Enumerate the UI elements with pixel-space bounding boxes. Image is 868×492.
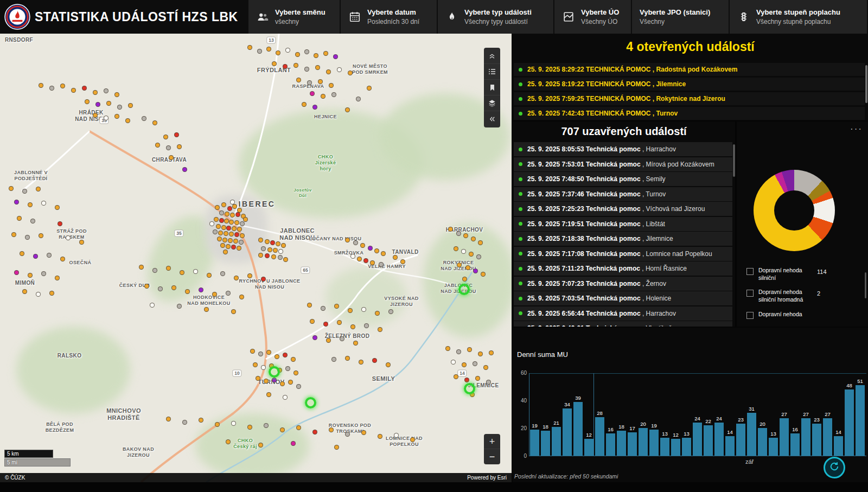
collapse-up-icon[interactable] xyxy=(484,48,500,64)
event-marker[interactable] xyxy=(155,143,160,148)
event-marker[interactable] xyxy=(462,277,467,282)
event-marker[interactable] xyxy=(25,235,30,240)
event-marker[interactable] xyxy=(291,441,296,446)
options-menu-button[interactable]: ··· xyxy=(850,124,863,135)
event-marker[interactable] xyxy=(454,374,458,379)
daily-sum-bar[interactable]: 51 xyxy=(856,385,865,456)
event-marker[interactable] xyxy=(469,252,474,257)
event-marker[interactable] xyxy=(326,69,331,74)
event-marker[interactable] xyxy=(166,266,171,271)
event-marker[interactable] xyxy=(337,320,342,325)
daily-sum-bar[interactable]: 14 xyxy=(834,436,843,456)
event-marker[interactable] xyxy=(323,51,328,56)
event-marker[interactable] xyxy=(360,243,365,248)
event-marker[interactable] xyxy=(451,360,456,365)
event-marker[interactable] xyxy=(247,45,252,50)
event-marker[interactable] xyxy=(239,295,244,299)
event-marker[interactable] xyxy=(41,271,46,276)
event-marker[interactable] xyxy=(234,220,239,225)
daily-sum-bar[interactable]: 19 xyxy=(530,430,539,456)
filter-4[interactable]: Vyberte ÚOVšechny ÚO xyxy=(554,0,631,34)
event-marker[interactable] xyxy=(221,225,226,230)
daily-sum-bar[interactable]: 23 xyxy=(736,424,745,456)
event-marker[interactable] xyxy=(234,232,239,237)
event-marker[interactable] xyxy=(353,240,358,245)
open-events-scrollbar[interactable] xyxy=(865,65,867,103)
event-marker[interactable] xyxy=(226,226,231,231)
event-marker[interactable] xyxy=(17,216,22,221)
event-marker[interactable] xyxy=(93,113,98,118)
event-marker[interactable] xyxy=(291,357,296,362)
legend-checkbox[interactable] xyxy=(746,290,754,297)
event-marker[interactable] xyxy=(28,273,33,278)
event-marker[interactable] xyxy=(243,217,248,222)
daily-sum-bar[interactable]: 31 xyxy=(747,413,756,456)
event-marker[interactable] xyxy=(220,271,225,276)
event-marker[interactable] xyxy=(312,105,317,110)
list-item[interactable]: 25. 9. 2025 7:19:51 Technická pomoc , Li… xyxy=(514,217,732,231)
event-marker[interactable] xyxy=(214,217,219,222)
event-marker[interactable] xyxy=(142,116,146,121)
event-marker[interactable] xyxy=(55,276,60,280)
daily-sum-bar[interactable]: 13 xyxy=(682,438,691,456)
event-marker[interactable] xyxy=(329,83,334,88)
daily-sum-bar[interactable]: 24 xyxy=(693,423,702,456)
refresh-button[interactable] xyxy=(824,457,845,478)
closed-events-scrollbar[interactable] xyxy=(733,144,735,177)
event-marker[interactable] xyxy=(285,48,290,53)
event-marker[interactable] xyxy=(410,437,415,442)
daily-sum-bar[interactable]: 27 xyxy=(823,418,832,456)
daily-sum-bar[interactable]: 23 xyxy=(812,424,821,456)
event-marker[interactable] xyxy=(114,114,119,119)
event-marker[interactable] xyxy=(229,220,234,225)
event-marker[interactable] xyxy=(361,307,366,312)
event-marker[interactable] xyxy=(273,248,278,253)
daily-sum-bar[interactable]: 19 xyxy=(649,430,659,456)
daily-sum-bar[interactable]: 24 xyxy=(714,423,724,456)
event-marker[interactable] xyxy=(215,205,220,210)
event-marker[interactable] xyxy=(41,201,46,206)
legend-checkbox[interactable] xyxy=(746,268,754,275)
event-marker[interactable] xyxy=(333,54,338,59)
event-marker[interactable] xyxy=(281,243,286,248)
event-marker[interactable] xyxy=(329,427,334,432)
event-marker[interactable] xyxy=(283,64,288,69)
event-marker[interactable] xyxy=(216,224,221,229)
event-marker[interactable] xyxy=(345,107,350,112)
event-marker[interactable] xyxy=(386,362,391,367)
event-marker[interactable] xyxy=(180,270,184,275)
event-marker[interactable] xyxy=(280,381,285,386)
event-marker[interactable] xyxy=(215,422,220,427)
event-marker[interactable] xyxy=(264,423,269,428)
event-marker[interactable] xyxy=(456,349,461,354)
event-marker[interactable] xyxy=(219,218,224,223)
list-item[interactable]: 25. 9. 2025 7:18:38 Technická pomoc , Ji… xyxy=(514,232,732,246)
event-marker[interactable] xyxy=(177,304,182,309)
event-marker[interactable] xyxy=(375,311,380,316)
event-marker[interactable] xyxy=(283,257,288,262)
event-marker[interactable] xyxy=(229,232,234,237)
bookmark-icon[interactable] xyxy=(484,80,500,95)
event-marker[interactable] xyxy=(464,378,469,382)
legend-checkbox[interactable] xyxy=(746,312,754,319)
event-marker[interactable] xyxy=(337,67,342,72)
list-item[interactable]: 25. 9. 2025 7:11:23 Technická pomoc , Ho… xyxy=(514,261,732,276)
event-marker[interactable] xyxy=(166,145,171,150)
daily-sum-bar[interactable]: 34 xyxy=(563,408,572,456)
list-item[interactable]: 25. 9. 2025 7:37:46 Technická pomoc , Tu… xyxy=(514,187,732,201)
event-marker[interactable] xyxy=(296,78,301,82)
event-marker[interactable] xyxy=(378,434,382,439)
event-marker[interactable] xyxy=(217,237,222,241)
event-marker[interactable] xyxy=(233,239,238,244)
event-marker[interactable] xyxy=(363,258,368,263)
event-marker[interactable] xyxy=(314,53,318,58)
event-marker[interactable] xyxy=(348,308,353,313)
list-item[interactable]: 25. 9. 2025 7:17:08 Technická pomoc , Lo… xyxy=(514,247,732,261)
event-marker[interactable] xyxy=(462,362,467,367)
event-marker[interactable] xyxy=(218,231,223,235)
event-marker[interactable] xyxy=(310,319,315,324)
event-marker[interactable] xyxy=(381,251,386,256)
event-marker[interactable] xyxy=(276,241,280,246)
event-marker[interactable] xyxy=(14,270,19,275)
event-marker[interactable] xyxy=(240,233,245,238)
